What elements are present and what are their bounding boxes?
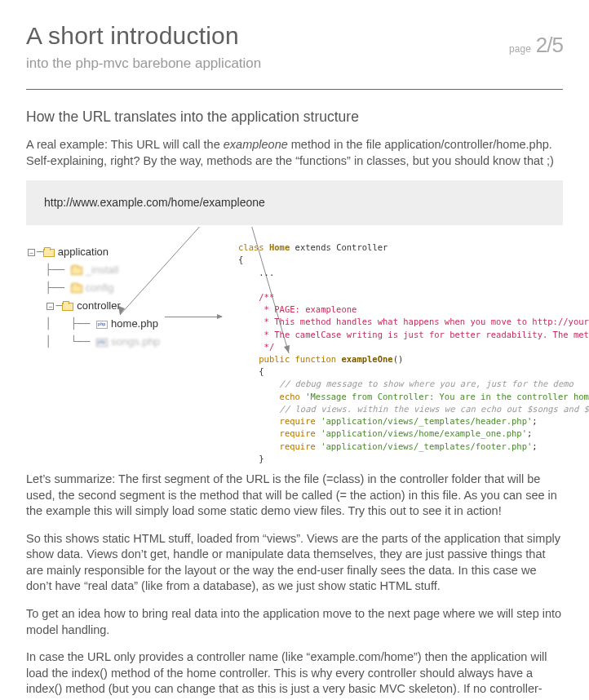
php-file-icon	[96, 339, 108, 347]
paragraph-nextpage: To get an idea how to bring real data in…	[26, 606, 563, 638]
tree-folder-config: config	[86, 281, 114, 295]
page-number: 2/5	[536, 33, 563, 57]
paragraph-views: So this shows static HTML stuff, loaded …	[26, 531, 563, 595]
tree-file-home: home.php	[111, 317, 158, 331]
page-header: A short introduction into the php-mvc ba…	[26, 20, 563, 82]
tree-file-songs: songs.php	[111, 334, 160, 349]
paragraph-index: In case the URL only provides a controll…	[26, 649, 563, 700]
intro-paragraph: A real example: This URL will call the e…	[26, 137, 563, 169]
folder-icon	[62, 303, 73, 311]
page-indicator: page 2/5	[509, 31, 563, 60]
paragraph-summarize: Let’s summarize: The first segment of th…	[26, 472, 563, 520]
php-file-icon	[96, 321, 108, 329]
tree-folder-install: _install	[86, 263, 118, 277]
arrow-right-icon	[165, 317, 222, 317]
file-tree: − ─ application ├── _install ├── config …	[26, 243, 160, 351]
example-url: http://www.example.com/home/exampleone	[44, 196, 265, 209]
doc-subtitle: into the php-mvc barebone application	[26, 55, 563, 73]
folder-icon	[43, 249, 55, 257]
tree-toggle-icon: −	[28, 249, 35, 256]
doc-title: A short introduction	[26, 20, 563, 53]
folder-icon	[71, 267, 82, 275]
section-heading: How the URL translates into the applicat…	[26, 108, 563, 127]
tree-toggle-icon: −	[46, 303, 54, 310]
url-structure-diagram: − ─ application ├── _install ├── config …	[26, 227, 563, 472]
tree-folder-application: application	[58, 245, 108, 259]
tree-folder-controller: controller	[77, 299, 120, 313]
folder-icon	[71, 285, 82, 293]
example-url-box: http://www.example.com/home/exampleone	[26, 180, 563, 225]
page-label: page	[509, 43, 531, 55]
divider	[26, 89, 563, 90]
code-snippet: class Home extends Controller { ... /** …	[238, 241, 589, 465]
